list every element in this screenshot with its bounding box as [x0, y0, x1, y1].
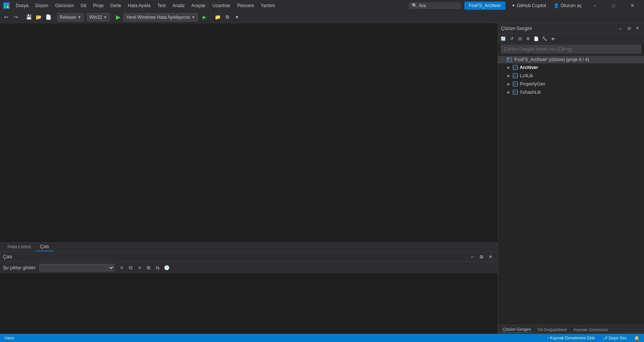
dropdown-btn[interactable]: ▾ [233, 13, 242, 22]
search-box[interactable]: 🔍 Ara [409, 2, 461, 9]
output-close-btn[interactable]: ✕ [486, 253, 495, 261]
main-area: Hata Listesi Çıktı Çıktı ⌐ ⊞ ✕ Şu çıktıy… [0, 23, 644, 334]
se-btab-git[interactable]: Git Değişiklikleri [534, 327, 570, 333]
tab-cikti[interactable]: Çıktı [36, 243, 54, 251]
se-properties-btn[interactable]: ⚙ [524, 35, 532, 43]
root-expand-icon [500, 57, 506, 63]
svg-rect-0 [4, 3, 6, 6]
new-file-btn[interactable]: 📄 [44, 13, 53, 22]
redo-btn[interactable]: ↪ [11, 13, 20, 22]
settings-btn[interactable]: ⚙ [223, 13, 232, 22]
save-all-btn[interactable]: 💾 [24, 13, 33, 22]
run-button[interactable]: ▶ [114, 13, 123, 22]
platform-dropdown[interactable]: Win32 ▼ [87, 13, 110, 21]
menu-pencere[interactable]: Pencere [234, 2, 257, 10]
menu-hata-ayikla[interactable]: Hata Ayıkla [125, 2, 153, 10]
output-time-btn[interactable]: 🕐 [163, 264, 171, 272]
archiver-expand-icon: ▶ [506, 64, 512, 70]
menu-duzen[interactable]: Düzen [32, 2, 51, 10]
root-label: 'FoxFS_Archiver' çözümü (proje 4 / 4) [514, 57, 589, 62]
xxhashlib-label: XxhashLib [520, 90, 541, 95]
titlebar: Dosya Düzen Görünüm Git Proje Derle Hata… [0, 0, 644, 11]
se-close-btn[interactable]: ✕ [633, 25, 641, 32]
se-collapse-btn[interactable]: ⊟ [516, 35, 524, 43]
output-pin-btn[interactable]: ⌐ [468, 253, 477, 261]
se-btab-cozum[interactable]: Çözüm Gezgini [500, 326, 534, 333]
menu-test[interactable]: Test [154, 2, 169, 10]
svg-rect-4 [507, 58, 512, 62]
menu-uzantilar[interactable]: Uzantılar [209, 2, 233, 10]
menu-proje[interactable]: Proje [90, 2, 107, 10]
se-views-btn[interactable]: 👁 [549, 35, 557, 43]
se-item-archiver[interactable]: ▶ C++ Archiver [498, 63, 644, 72]
person-icon: 👤 [554, 3, 559, 8]
propertygen-project-icon: C++ [512, 81, 518, 87]
output-wrap-btn[interactable]: ⇆ [153, 264, 162, 272]
menu-git[interactable]: Git [78, 2, 89, 10]
bell-icon: 🔔 [634, 336, 639, 340]
run-without-debug-btn[interactable]: ▶ [200, 13, 209, 22]
output-clear-btn[interactable]: ≡ [117, 264, 126, 272]
menu-gorunum[interactable]: Görünüm [52, 2, 77, 10]
repo-btn[interactable]: ⎇ Depo Seç [601, 336, 628, 340]
show-output-label: Şu çıktıyı göster: [3, 265, 36, 270]
se-btab-kaynak[interactable]: Kaynak Görünümü [570, 327, 611, 333]
output-float-btn[interactable]: ⊞ [477, 253, 486, 261]
output-source-select[interactable] [39, 264, 114, 272]
menu-derle[interactable]: Derle [107, 2, 124, 10]
se-root-node[interactable]: 'FoxFS_Archiver' çözümü (proje 4 / 4) [498, 56, 644, 63]
output-filter-btn[interactable]: ⊟ [126, 264, 135, 272]
bottom-tabs: Hata Listesi Çıktı [0, 242, 498, 251]
output-panel: Çıktı ⌐ ⊞ ✕ Şu çıktıyı göster: ≡ ⊟ ≡ ⊞ ⇆ [0, 251, 498, 334]
status-ready[interactable]: Hazır [3, 336, 16, 340]
open-file-btn[interactable]: 📂 [34, 13, 43, 22]
archiver-label: Archiver [520, 65, 538, 70]
config-arrow-icon: ▼ [78, 15, 81, 19]
debugger-dropdown[interactable]: Yerel Windows Hata Ayıklayıcısı ▼ [123, 13, 198, 21]
se-toolbar: 🔄 ↺ ⊟ ⚙ 📄 🔧 👁 [498, 34, 644, 44]
output-filter3-btn[interactable]: ⊞ [144, 264, 153, 272]
propertygen-expand-icon: ▶ [506, 81, 512, 87]
output-toolbar-buttons: ≡ ⊟ ≡ ⊞ ⇆ 🕐 [117, 264, 171, 272]
se-filter-btn[interactable]: 🔧 [541, 35, 548, 43]
close-button[interactable]: ✕ [624, 0, 641, 11]
editor-area: Hata Listesi Çıktı Çıktı ⌐ ⊞ ✕ Şu çıktıy… [0, 23, 498, 334]
sep2 [55, 14, 55, 21]
github-copilot-btn[interactable]: ✦ GitHub Copilot [509, 2, 549, 10]
se-item-xxhashlib[interactable]: ▶ C++ XxhashLib [498, 88, 644, 96]
menu-yardim[interactable]: Yardım [258, 2, 278, 10]
source-control-btn[interactable]: ↑ Kaynak Denetimine Ekle [545, 336, 596, 340]
notification-btn[interactable]: 🔔 [633, 336, 641, 340]
sign-in-btn[interactable]: 👤 Oturum aç [551, 2, 585, 10]
statusbar-left: Hazır [3, 336, 16, 340]
platform-label: Win32 [89, 15, 102, 20]
statusbar: Hazır ↑ Kaynak Denetimine Ekle ⎇ Depo Se… [0, 334, 644, 342]
se-sync-btn[interactable]: 🔄 [500, 35, 507, 43]
config-dropdown[interactable]: Release ▼ [57, 13, 84, 21]
output-title: Çıktı [3, 254, 12, 260]
editor-content [0, 23, 498, 242]
undo-btn[interactable]: ↩ [2, 13, 11, 22]
minimize-button[interactable]: − [586, 0, 603, 11]
se-new-file-btn[interactable]: 📄 [533, 35, 540, 43]
se-search-input[interactable] [501, 45, 641, 53]
tab-hata-listesi[interactable]: Hata Listesi [3, 243, 36, 251]
lz4lib-expand-icon: ▶ [506, 73, 512, 79]
config-label: Release [60, 15, 76, 20]
maximize-button[interactable]: □ [605, 0, 622, 11]
menu-analiz[interactable]: Analiz [169, 2, 188, 10]
se-item-lz4lib[interactable]: ▶ C++ Lz4Lib [498, 72, 644, 80]
new-folder-btn[interactable]: 📁 [213, 13, 222, 22]
sep1 [22, 14, 23, 21]
sep3 [111, 14, 112, 21]
se-float-btn[interactable]: ⊟ [625, 25, 633, 32]
sign-in-label: Oturum aç [561, 3, 582, 8]
menu-araclar[interactable]: Araçlar [188, 2, 209, 10]
menu-dosya[interactable]: Dosya [13, 2, 32, 10]
se-title: Çözüm Gezgini [501, 26, 617, 31]
output-filter2-btn[interactable]: ≡ [135, 264, 144, 272]
se-item-propertygen[interactable]: ▶ C++ PropertyGen [498, 80, 644, 88]
se-pin-btn[interactable]: ⌐ [617, 25, 624, 32]
propertygen-label: PropertyGen [520, 81, 545, 87]
se-refresh-btn[interactable]: ↺ [508, 35, 515, 43]
